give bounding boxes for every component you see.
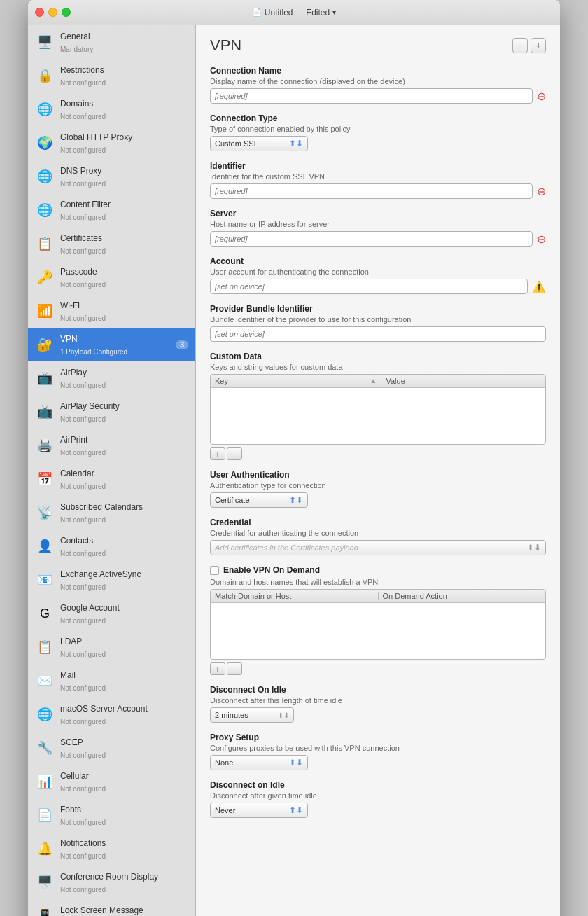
disconnect-idle-value: 2 minutes [215,711,248,719]
enable-vpn-checkbox[interactable] [210,566,219,575]
sidebar-item-notifications[interactable]: 🔔NotificationsNot configured [28,832,195,866]
sidebar-item-text-content-filter: Content FilterNot configured [60,197,188,223]
window-body: 🖥️GeneralMandatory🔒RestrictionsNot confi… [28,25,560,916]
sidebar-icon-global-http: 🌍 [35,133,55,153]
disconnect-idle-label: Disconnect On Idle [210,685,546,695]
sidebar-item-restrictions[interactable]: 🔒RestrictionsNot configured [28,59,195,92]
sidebar-item-text-exchange: Exchange ActiveSyncNot configured [60,567,188,592]
server-row: ⊖ [210,231,546,247]
sidebar-item-exchange[interactable]: 📧Exchange ActiveSyncNot configured [28,563,195,597]
sidebar-item-sub-calendar: Not configured [60,483,106,490]
proxy-setup-row: None ⬆⬇ [210,755,546,770]
credential-select[interactable]: Add certificates in the Certificates pay… [210,540,546,555]
sidebar-item-lock-screen[interactable]: 📱Lock Screen MessageNot configured [28,899,195,916]
sidebar-icon-domains: 🌐 [35,99,55,119]
disconnect-on-idle-desc: Disconnect after given time idle [210,791,546,800]
sidebar-item-domains[interactable]: 🌐DomainsNot configured [28,92,195,126]
on-demand-table-body [211,603,545,659]
sidebar-item-label-macos-server: macOS Server Account [60,704,148,714]
sidebar-item-macos-server[interactable]: 🌐macOS Server AccountNot configured [28,698,195,731]
sidebar-item-sub-airplay-security: Not configured [60,415,106,423]
account-input[interactable] [210,279,528,294]
custom-data-remove-button[interactable]: − [227,447,242,460]
disconnect-on-idle-select[interactable]: Never ⬆⬇ [210,803,308,818]
custom-data-table-body [211,388,545,444]
identifier-group: Identifier Identifier for the custom SSL… [210,161,546,199]
sidebar-item-label-dns-proxy: DNS Proxy [60,166,102,176]
user-auth-desc: Authentication type for connection [210,481,546,490]
close-button[interactable] [35,8,44,17]
title-chevron: ▾ [332,8,336,16]
sidebar-item-cellular[interactable]: 📊CellularNot configured [28,765,195,798]
sidebar-item-subscribed-calendars[interactable]: 📡Subscribed CalendarsNot configured [28,496,195,529]
connection-type-label: Connection Type [210,113,546,123]
sidebar-item-airplay[interactable]: 📺AirPlayNot configured [28,361,195,395]
sidebar-item-label-certificates: Certificates [60,233,102,243]
sidebar-item-label-ldap: LDAP [60,637,82,646]
sidebar-item-google-account[interactable]: GGoogle AccountNot configured [28,597,195,630]
on-demand-add-button[interactable]: + [210,662,225,675]
window-title: 📄 Untitled — Edited ▾ [252,8,336,18]
disconnect-on-idle-arrow: ⬆⬇ [289,805,303,815]
custom-data-add-button[interactable]: + [210,447,225,460]
traffic-lights [35,8,71,17]
sidebar-item-sub-airplay: Not configured [60,382,106,389]
sidebar-item-sub-wifi: Not configured [60,314,106,322]
sidebar-icon-passcode: 🔑 [35,268,55,287]
sidebar-icon-ldap: 📋 [35,637,55,657]
sidebar-item-label-vpn: VPN [60,334,78,344]
sidebar-item-sub-restrictions: Not configured [60,79,106,87]
sidebar-item-certificates[interactable]: 📋CertificatesNot configured [28,227,195,261]
sidebar-item-mail[interactable]: ✉️MailNot configured [28,664,195,698]
sidebar-badge-vpn: 3 [176,340,188,349]
add-payload-button[interactable]: + [531,38,546,53]
remove-payload-button[interactable]: − [512,38,528,53]
sidebar-item-fonts[interactable]: 📄FontsNot configured [28,798,195,832]
identifier-input[interactable] [210,183,533,199]
sidebar-item-airplay-security[interactable]: 📺AirPlay SecurityNot configured [28,395,195,429]
main-header: VPN − + [210,36,546,55]
sidebar-item-text-ldap: LDAPNot configured [60,634,188,660]
sidebar-item-contacts[interactable]: 👤ContactsNot configured [28,529,195,563]
sidebar-item-sub-exchange: Not configured [60,583,106,591]
sidebar-item-vpn[interactable]: 🔐VPN1 Payload Configured3 [28,328,195,361]
user-auth-arrow: ⬆⬇ [289,495,303,505]
sidebar-item-dns-proxy[interactable]: 🌐DNS ProxyNot configured [28,160,195,193]
server-input[interactable] [210,231,533,247]
sidebar-item-text-mail: MailNot configured [60,668,188,693]
table-col-divider [381,377,382,385]
sidebar-item-conference-room[interactable]: 🖥️Conference Room DisplayNot configured [28,866,195,899]
sidebar-item-calendar[interactable]: 📅CalendarNot configured [28,462,195,496]
sidebar-item-general[interactable]: 🖥️GeneralMandatory [28,25,195,59]
sidebar-item-content-filter[interactable]: 🌐Content FilterNot configured [28,193,195,227]
sidebar-item-sub-fonts: Not configured [60,819,106,826]
disconnect-idle-select[interactable]: 2 minutes ⬆⬇ [210,707,294,723]
sidebar-item-sub-certificates: Not configured [60,247,106,255]
provider-bundle-input[interactable] [210,326,546,342]
sidebar-item-text-airprint: AirPrintNot configured [60,433,188,458]
connection-type-arrow: ⬆⬇ [289,139,303,148]
custom-data-table-header: Key ▲ Value [211,375,545,388]
sidebar-item-label-exchange: Exchange ActiveSync [60,569,141,579]
sidebar-item-airprint[interactable]: 🖨️AirPrintNot configured [28,429,195,462]
sidebar-item-label-general: General [60,32,90,41]
custom-data-label: Custom Data [210,352,546,361]
sidebar-item-scep[interactable]: 🔧SCEPNot configured [28,731,195,765]
on-demand-remove-button[interactable]: − [227,662,242,675]
fullscreen-button[interactable] [62,8,71,17]
server-error-icon: ⊖ [537,233,546,246]
connection-name-input[interactable] [210,88,533,104]
proxy-setup-select[interactable]: None ⬆⬇ [210,755,308,770]
sidebar-item-wifi[interactable]: 📶Wi-FiNot configured [28,294,195,328]
sidebar-item-global-http[interactable]: 🌍Global HTTP ProxyNot configured [28,126,195,160]
disconnect-idle-row: 2 minutes ⬆⬇ [210,707,546,723]
user-auth-select[interactable]: Certificate ⬆⬇ [210,492,308,508]
sidebar-item-ldap[interactable]: 📋LDAPNot configured [28,630,195,664]
on-demand-table-header: Match Domain or Host On Demand Action [211,590,545,603]
sidebar-item-passcode[interactable]: 🔑PasscodeNot configured [28,261,195,294]
custom-data-table-buttons: + − [210,447,546,460]
minimize-button[interactable] [48,8,57,17]
sidebar-item-label-wifi: Wi-Fi [60,300,80,310]
account-label: Account [210,256,546,266]
connection-type-select[interactable]: Custom SSL ⬆⬇ [210,136,308,151]
